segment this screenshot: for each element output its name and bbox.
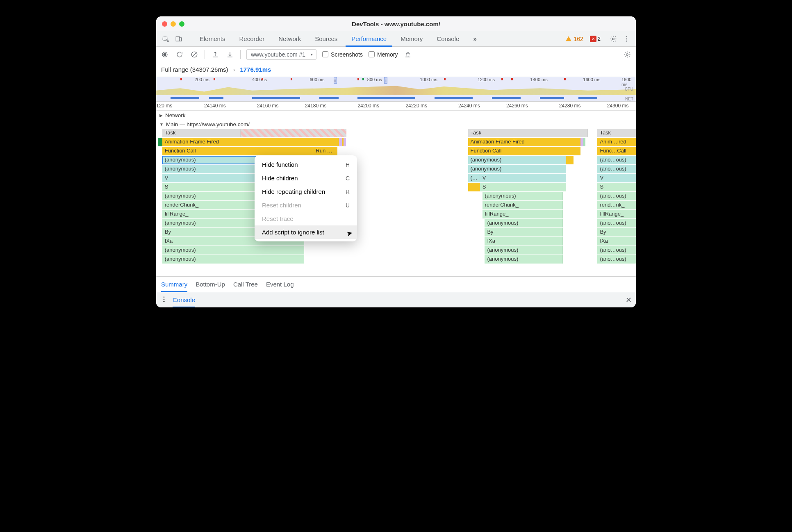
maximize-window-button[interactable] [179,21,184,27]
flame-dots[interactable]: (… [468,174,480,182]
ruler-tick: 24240 ms [458,103,480,109]
drawer-tab-console[interactable]: Console [173,292,195,308]
flame-anonymous[interactable]: (anonymous) [468,156,567,164]
memory-checkbox[interactable]: Memory [369,51,398,58]
menu-add-script-to-ignore-list[interactable]: Add script to ignore list [255,225,357,239]
devtools-window: DevTools - www.youtube.com/ Elements Rec… [156,16,636,307]
tab-performance[interactable]: Performance [346,31,392,47]
screenshots-checkbox[interactable]: Screenshots [322,51,363,58]
flame-s[interactable]: S [597,183,636,191]
timeline-overview[interactable]: 200 ms 400 ms 600 ms 800 ms 1000 ms 1200… [156,77,636,102]
garbage-collect-button[interactable] [403,50,412,59]
capture-settings-icon[interactable] [623,50,632,59]
flame-animation-frame-fired[interactable]: Animation Frame Fired [162,138,339,146]
memory-label: Memory [377,51,398,58]
upload-profile-button[interactable] [211,50,220,59]
flame-anonymous[interactable]: (anonymous) [485,219,562,227]
flame-anonymous[interactable]: (anonymous) [162,255,304,264]
error-icon: ✕ [590,36,596,42]
network-track-label: Network [165,112,186,118]
flame-task[interactable]: Task [597,129,636,137]
download-profile-button[interactable] [225,50,234,59]
warnings-badge[interactable]: 162 [565,36,583,42]
flame-anonymous[interactable]: (ano…ous) [597,165,636,173]
tab-event-log[interactable]: Event Log [266,277,294,292]
device-toolbar-icon[interactable] [173,34,184,44]
flame-run-microtasks[interactable]: Run M…asks [313,147,337,155]
flame-anonymous[interactable]: (ano…ous) [597,246,636,255]
flame-task[interactable]: Task [468,129,588,137]
tab-memory[interactable]: Memory [395,31,428,47]
tabs-overflow-button[interactable]: » [467,31,482,47]
flame-marker [158,138,162,146]
main-track-header[interactable]: ▼ Main — https://www.youtube.com/ [156,120,636,129]
menu-hide-repeating-children[interactable]: Hide repeating childrenR [255,185,357,198]
tab-summary[interactable]: Summary [161,277,187,292]
titlebar: DevTools - www.youtube.com/ [156,16,636,31]
drawer-more-icon[interactable] [160,296,168,305]
flame-by[interactable]: By [485,228,562,236]
tab-bottom-up[interactable]: Bottom-Up [196,277,225,292]
breadcrumb-full-range[interactable]: Full range (34307.26ms) [161,66,228,73]
tab-recorder[interactable]: Recorder [234,31,271,47]
flame-function-call[interactable]: Function Call [162,147,314,155]
menu-hide-children[interactable]: Hide childrenC [255,171,357,185]
overview-handle-right[interactable]: || [384,77,387,84]
record-button[interactable] [160,50,169,59]
close-window-button[interactable] [162,21,167,27]
flame-anonymous[interactable]: (anonymous) [162,246,304,255]
flame-v[interactable]: V [597,174,636,182]
flame-renderchunk[interactable]: renderChunk_ [482,201,563,209]
errors-badge[interactable]: ✕ 2 [590,36,601,42]
flame-animation-frame-fired[interactable]: Anim…ired [597,138,636,146]
flame-fillrange[interactable]: fillRange_ [482,210,563,218]
inspect-element-icon[interactable] [160,34,171,44]
flame-ixa[interactable]: IXa [597,237,636,246]
tab-console[interactable]: Console [431,31,465,47]
menu-hide-function[interactable]: Hide functionH [255,158,357,171]
flame-anonymous[interactable]: (anonymous) [468,165,567,173]
more-menu-icon[interactable] [621,34,632,44]
flame-v[interactable]: V [480,174,567,182]
timeline-breadcrumb: Full range (34307.26ms) › 1776.91ms [156,62,636,77]
flame-anonymous[interactable]: (ano…ous) [597,255,636,264]
flame-task-long[interactable] [241,129,346,137]
reload-record-button[interactable] [175,50,184,59]
timeline-ruler[interactable]: 120 ms 24140 ms 24160 ms 24180 ms 24200 … [156,102,636,111]
flame-task[interactable]: Task [162,129,241,137]
flame-anonymous[interactable]: (anonymous) [485,255,562,264]
tab-elements[interactable]: Elements [194,31,231,47]
flame-fillrange[interactable]: fillRange_ [597,210,636,218]
panel-tabbar: Elements Recorder Network Sources Perfor… [156,31,636,47]
network-track-header[interactable]: ▶ Network [156,111,636,120]
flame-function-call[interactable]: Func…Call [597,147,636,155]
settings-icon[interactable] [608,34,619,44]
flame-renderchunk[interactable]: rend…nk_ [597,201,636,209]
window-title: DevTools - www.youtube.com/ [156,20,636,27]
svg-point-4 [626,36,627,37]
close-drawer-button[interactable]: ✕ [626,296,632,305]
overview-handle-left[interactable]: || [334,77,337,84]
flame-anonymous[interactable]: (ano…ous) [597,156,636,164]
flame-function-call[interactable]: Function Call [468,147,581,155]
flame-anonymous[interactable]: (ano…ous) [597,192,636,200]
errors-count: 2 [598,36,601,42]
tab-sources[interactable]: Sources [309,31,343,47]
breadcrumb-current-range[interactable]: 1776.91ms [240,66,271,73]
flame-animation-frame-fired[interactable]: Animation Frame Fired [468,138,581,146]
flame-anonymous[interactable]: (ano…ous) [597,219,636,227]
checkbox-icon [322,51,328,57]
flame-by[interactable]: By [597,228,636,236]
flame-chart[interactable]: Task Animation Frame Fired Function Call… [156,129,636,276]
minimize-window-button[interactable] [171,21,176,27]
ruler-tick: 24300 ms [607,103,629,109]
clear-button[interactable] [190,50,199,59]
tab-network[interactable]: Network [273,31,307,47]
traffic-lights [162,21,184,27]
flame-ixa[interactable]: IXa [485,237,562,246]
profile-select[interactable]: www.youtube.com #1 [246,49,316,60]
flame-anonymous[interactable]: (anonymous) [482,192,563,200]
flame-s[interactable]: S [480,183,567,191]
tab-call-tree[interactable]: Call Tree [233,277,258,292]
flame-anonymous[interactable]: (anonymous) [485,246,562,255]
